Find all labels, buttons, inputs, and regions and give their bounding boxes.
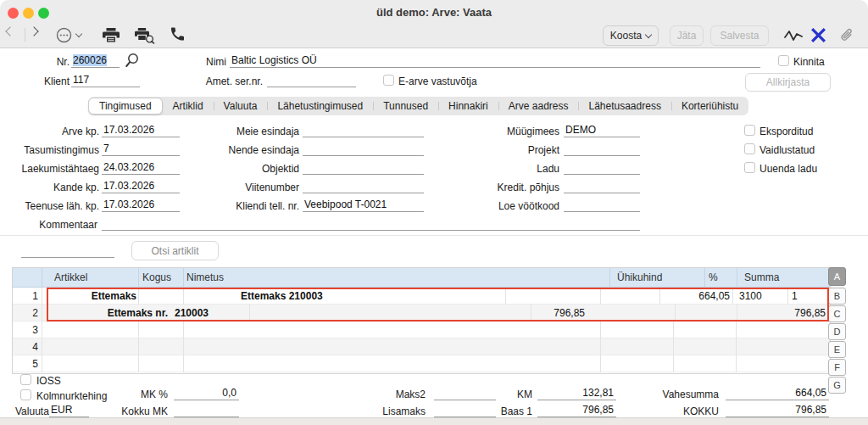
otsi-artiklit-button[interactable]: Otsi artiklit [131, 241, 219, 260]
flip-tab-f[interactable]: F [828, 359, 846, 376]
col-artikkel[interactable]: Artikkel [54, 271, 87, 283]
flip-tab-c[interactable]: C [828, 305, 846, 322]
amet-sernr-input[interactable] [267, 74, 356, 87]
kande-kp-input[interactable]: 17.03.2026 [102, 180, 180, 193]
vaidlustatud-checkbox[interactable] [744, 143, 755, 154]
row-number[interactable]: 4 [13, 338, 38, 355]
attachment-button[interactable] [839, 27, 854, 42]
article-search-input[interactable] [21, 244, 114, 258]
allkirjasta-button[interactable]: Allkirjasta [745, 73, 831, 92]
kinnita-checkbox[interactable] [778, 55, 789, 66]
loe-vootkood-input[interactable] [564, 199, 640, 212]
tab-arve-aadress[interactable]: Arve aadress [498, 98, 579, 115]
cell-ettemaks-nr-label[interactable]: Ettemaks nr. [83, 305, 168, 322]
nimi-input[interactable]: Baltic Logistics OÜ [230, 54, 760, 68]
lisamaks-label: Lisamaks [364, 405, 426, 417]
call-button[interactable] [170, 26, 185, 42]
earve-checkbox[interactable] [383, 75, 394, 86]
row-number[interactable]: 1 [13, 288, 38, 305]
row-number[interactable]: 2 [13, 305, 38, 322]
flip-tab-d[interactable]: D [828, 323, 846, 340]
kolmnurktehing-checkbox[interactable] [20, 389, 31, 400]
table-row[interactable]: 5 [13, 355, 830, 372]
tab-korteriuhistu[interactable]: Korteriühistu [671, 98, 748, 115]
salvesta-button[interactable]: Salvesta [710, 25, 769, 46]
tab-artiklid[interactable]: Artiklid [163, 98, 214, 115]
kredit-pohjus-input[interactable] [564, 180, 640, 193]
uuenda-ladu-checkbox[interactable] [744, 162, 755, 173]
printer-preview-icon [135, 28, 155, 44]
col-summa[interactable]: Summa [744, 271, 779, 283]
toolbar-divider [25, 28, 25, 42]
print-button[interactable] [103, 28, 120, 42]
objektid-input[interactable] [303, 161, 424, 175]
cell-ettemaks-nr-value[interactable]: 210003 [175, 305, 209, 322]
tab-valuuta[interactable]: Valuuta [214, 98, 268, 115]
teenuse-lah-kp-input[interactable]: 17.03.2026 [102, 199, 180, 212]
cell-percent[interactable]: 3100 [739, 288, 762, 305]
cell-summa[interactable]: 1 [792, 288, 798, 305]
cell-sum-mid[interactable]: 796,85 [500, 305, 585, 322]
table-row[interactable]: 2 Ettemaks nr. 210003 796,85 796,85 [13, 305, 830, 322]
flip-tab-e[interactable]: E [828, 341, 846, 358]
activity-button[interactable] [784, 30, 803, 42]
muugimees-input[interactable]: DEMO [564, 124, 640, 137]
nav-back-button[interactable] [7, 28, 14, 35]
jata-button[interactable]: Jäta [670, 25, 704, 46]
window-chrome: üld demo: Arve: Vaata [0, 0, 868, 48]
nr-input[interactable]: 260026 [71, 54, 120, 68]
tab-lahetustingimused[interactable]: Lähetustingimused [267, 98, 373, 115]
cell-summa[interactable]: 796,85 [741, 305, 826, 322]
tab-tingimused[interactable]: Tingimused [88, 98, 163, 115]
chevron-down-icon [75, 31, 82, 37]
baas1-label: Baas 1 [481, 405, 532, 417]
ladu-input[interactable] [564, 161, 640, 175]
tab-tunnused[interactable]: Tunnused [373, 98, 438, 115]
kliendi-tell-nr-input[interactable]: Veebipood T-0021 [303, 199, 424, 212]
mk-input[interactable]: 0,0 [174, 387, 239, 400]
pulse-icon [784, 30, 803, 42]
arve-kp-input[interactable]: 17.03.2026 [102, 124, 180, 137]
cell-artikkel[interactable]: Ettemaks [52, 288, 136, 305]
row-number[interactable]: 3 [13, 322, 38, 338]
valuuta-input[interactable]: EUR [49, 404, 89, 417]
tab-hinnakiri[interactable]: Hinnakiri [438, 98, 498, 115]
ioss-checkbox[interactable] [20, 374, 31, 385]
col-uhikuhind[interactable]: Ühikuhind [617, 271, 662, 283]
klient-input[interactable]: 117 [71, 74, 140, 87]
table-row[interactable]: 3 [13, 322, 830, 338]
cell-nimetus[interactable]: Ettemaks 210003 [241, 288, 323, 305]
more-actions-button[interactable] [56, 27, 81, 43]
row-number[interactable]: 5 [13, 355, 38, 372]
salvesta-label: Salvesta [720, 30, 759, 42]
tab-lahetusaadress[interactable]: Lähetusaadress [578, 98, 670, 115]
viitenumber-input[interactable] [303, 180, 424, 193]
eksporditud-checkbox[interactable] [744, 125, 755, 136]
arve-kp-label: Arve kp. [8, 126, 99, 137]
koosta-button[interactable]: Koosta [603, 25, 659, 46]
link-button[interactable] [811, 28, 826, 42]
teenuse-lah-kp-label: Teenuse läh. kp. [8, 200, 99, 212]
table-row[interactable]: 1 Ettemaks Ettemaks 210003 664,05 3100 1 [13, 288, 830, 305]
tasumistingimus-input[interactable]: 7 [102, 143, 180, 156]
col-percent[interactable]: % [709, 271, 718, 283]
col-kogus[interactable]: Kogus [142, 271, 171, 283]
chevron-left-icon [5, 26, 14, 36]
paste-special-button[interactable] [124, 53, 140, 69]
cell-uhikuhind[interactable]: 664,05 [645, 288, 730, 305]
col-nimetus[interactable]: Nimetus [186, 271, 224, 283]
amet-sernr-label: Amet. ser.nr. [170, 75, 263, 87]
table-row[interactable]: 4 [13, 338, 830, 355]
flip-tab-g[interactable]: G [828, 377, 846, 394]
kommentaar-input[interactable] [102, 217, 640, 231]
meie-esindaja-input[interactable] [303, 124, 424, 137]
projekt-input[interactable] [564, 143, 640, 156]
print-preview-button[interactable] [135, 28, 155, 44]
jata-label: Jäta [677, 30, 697, 42]
laekumistahtaeg-input[interactable]: 24.03.2026 [102, 161, 180, 175]
nende-esindaja-input[interactable] [303, 143, 424, 156]
flip-tab-b[interactable]: B [828, 288, 846, 305]
nav-forward-button[interactable] [31, 28, 37, 35]
kokku-mk-input[interactable] [174, 404, 239, 417]
flip-tab-a[interactable]: A [828, 267, 846, 286]
